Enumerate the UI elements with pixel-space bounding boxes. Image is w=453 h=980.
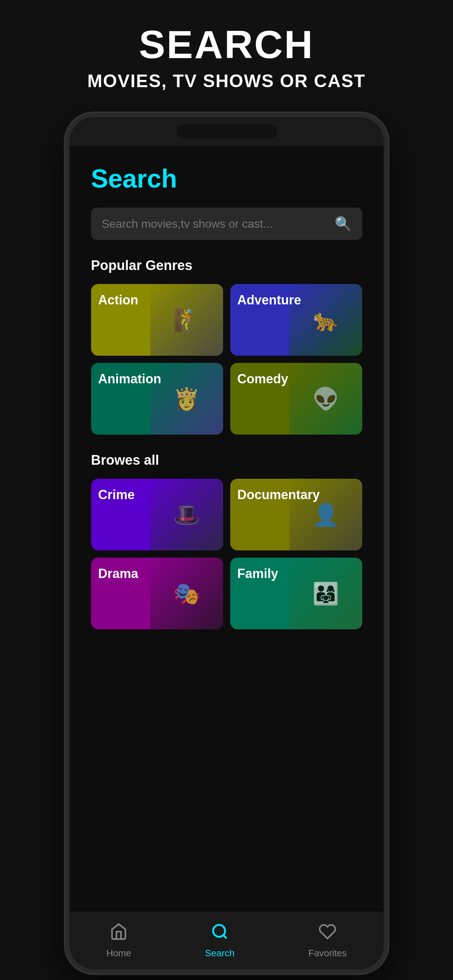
genre-animation-card[interactable]: Animation 👸 <box>91 363 223 434</box>
svg-line-1 <box>223 935 226 939</box>
nav-home-label: Home <box>106 948 131 959</box>
favorites-icon <box>319 923 337 945</box>
nav-search[interactable]: Search <box>191 919 249 963</box>
genre-family-label: Family <box>230 558 286 590</box>
phone-top-bar <box>70 117 384 146</box>
comedy-poster: 👽 <box>289 363 362 434</box>
action-poster: 🧗 <box>150 284 223 356</box>
genre-family-card[interactable]: Family 👨‍👩‍👧 <box>230 558 362 629</box>
genre-documentary-label: Documentary <box>230 479 327 511</box>
search-bar[interactable]: 🔍 <box>91 208 362 240</box>
bottom-navigation: Home Search Favorites <box>70 912 384 969</box>
search-icon[interactable]: 🔍 <box>335 216 351 232</box>
nav-favorites[interactable]: Favorites <box>294 919 361 963</box>
action-figure: 🧗 <box>150 284 223 356</box>
genre-action-label: Action <box>91 284 146 316</box>
search-nav-icon <box>211 923 229 945</box>
genre-documentary-card[interactable]: Documentary 👤 <box>230 479 362 550</box>
nav-favorites-label: Favorites <box>308 948 347 959</box>
genre-crime-label: Crime <box>91 479 142 511</box>
genre-crime-card[interactable]: Crime 🎩 <box>91 479 223 550</box>
home-icon <box>110 923 128 945</box>
genre-comedy-card[interactable]: Comedy 👽 <box>230 363 362 434</box>
main-subtitle: MOVIES, TV SHOWS OR CAST <box>88 71 366 91</box>
volume-up-button <box>65 243 68 272</box>
genre-adventure-card[interactable]: Adventure 🐆 <box>230 284 362 356</box>
nav-search-label: Search <box>205 948 234 959</box>
popular-genres-label: Popular Genres <box>91 258 362 273</box>
svg-point-0 <box>213 925 225 937</box>
phone-device: Search 🔍 Popular Genres Action 🧗 Adventu… <box>65 113 388 974</box>
popular-genres-grid: Action 🧗 Adventure 🐆 Animation <box>91 284 362 434</box>
comedy-figure: 👽 <box>289 363 362 434</box>
power-button <box>385 261 388 311</box>
crime-poster: 🎩 <box>150 479 223 550</box>
search-input[interactable] <box>102 217 335 231</box>
genre-comedy-label: Comedy <box>230 363 295 395</box>
genre-animation-label: Animation <box>91 363 169 395</box>
genre-action-card[interactable]: Action 🧗 <box>91 284 223 356</box>
browse-all-label: Browes all <box>91 453 362 468</box>
camera-notch <box>177 124 277 139</box>
genre-drama-card[interactable]: Drama 🎭 <box>91 558 223 629</box>
nav-home[interactable]: Home <box>92 919 145 963</box>
browse-all-grid: Crime 🎩 Documentary 👤 Drama <box>91 479 362 629</box>
family-figure: 👨‍👩‍👧 <box>289 558 362 629</box>
volume-down-button <box>65 282 68 311</box>
genre-adventure-label: Adventure <box>230 284 308 316</box>
drama-figure: 🎭 <box>150 558 223 629</box>
marketing-header: SEARCH MOVIES, TV SHOWS OR CAST <box>88 22 366 91</box>
drama-poster: 🎭 <box>150 558 223 629</box>
crime-figure: 🎩 <box>150 479 223 550</box>
genre-drama-label: Drama <box>91 558 146 590</box>
page-title: Search <box>91 164 362 193</box>
main-title: SEARCH <box>88 22 366 67</box>
family-poster: 👨‍👩‍👧 <box>289 558 362 629</box>
phone-screen: Search 🔍 Popular Genres Action 🧗 Adventu… <box>70 146 384 912</box>
